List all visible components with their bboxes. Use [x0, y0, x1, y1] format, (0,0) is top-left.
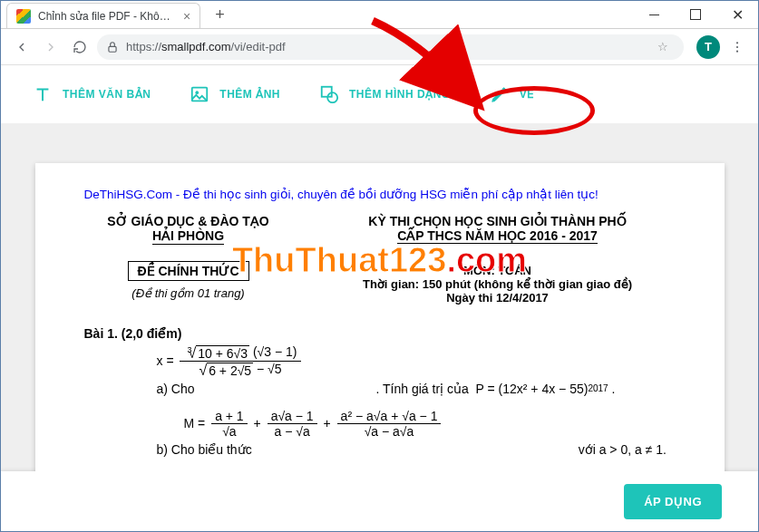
editor-toolbar: THÊM VĂN BẢN THÊM ẢNH THÊM HÌNH DẠNG VẼ: [1, 65, 758, 123]
draw-label: VẼ: [520, 88, 535, 101]
bai1-title: Bài 1. (2,0 điểm): [84, 326, 676, 341]
official-label: ĐỀ CHÍNH THỨC: [128, 261, 249, 281]
close-window-button[interactable]: ✕: [716, 1, 758, 28]
svg-point-5: [196, 91, 199, 94]
bookmark-star-icon[interactable]: ☆: [651, 40, 675, 53]
window-titlebar: Chỉnh sửa file PDF - Không ảnh h × + ✕: [1, 1, 758, 29]
maximize-button[interactable]: [675, 1, 716, 28]
profile-avatar[interactable]: T: [696, 35, 720, 59]
url-input[interactable]: https://smallpdf.com/vi/edit-pdf ☆: [97, 34, 684, 60]
draw-tool[interactable]: VẼ: [489, 83, 535, 105]
address-bar: https://smallpdf.com/vi/edit-pdf ☆ T: [1, 29, 758, 65]
menu-button[interactable]: [725, 35, 749, 59]
add-text-label: THÊM VĂN BẢN: [63, 88, 151, 101]
add-shape-tool[interactable]: THÊM HÌNH DẠNG: [318, 83, 451, 105]
pencil-icon: [489, 83, 511, 105]
svg-point-1: [736, 42, 738, 44]
svg-point-2: [736, 45, 738, 47]
equation-x: x = 3√10 + 6√3 (√3 − 1) √6 + 2√5 − √5: [84, 344, 676, 378]
back-button[interactable]: [10, 35, 34, 59]
lock-icon: [106, 41, 119, 53]
browser-tab[interactable]: Chỉnh sửa file PDF - Không ảnh h ×: [6, 3, 200, 28]
minimize-button[interactable]: [633, 1, 675, 28]
apply-button[interactable]: ÁP DỤNG: [624, 484, 722, 519]
date-note: Ngày thi 12/4/2017: [320, 291, 676, 305]
dept-line2: HẢI PHÒNG: [152, 228, 224, 245]
add-image-tool[interactable]: THÊM ẢNH: [189, 83, 280, 105]
url-scheme: https://: [126, 40, 161, 53]
add-shape-label: THÊM HÌNH DẠNG: [349, 88, 451, 101]
add-image-label: THÊM ẢNH: [219, 88, 280, 101]
footer-bar: ÁP DỤNG: [1, 471, 758, 531]
subject-label: MÔN:: [463, 264, 495, 277]
equation-M: M = a + 1√a + a√a − 1a − √a + a² − a√a +…: [84, 409, 676, 439]
new-tab-button[interactable]: +: [209, 4, 230, 26]
subject: TOÁN: [498, 264, 531, 277]
favicon-icon: [16, 9, 31, 24]
tab-title: Chỉnh sửa file PDF - Không ảnh h: [38, 10, 174, 23]
url-host: smallpdf.com: [161, 40, 231, 53]
url-path: /vi/edit-pdf: [231, 40, 286, 53]
doc-top-link: DeThiHSG.Com - Đề thi học sinh giỏi, chu…: [84, 187, 676, 201]
workspace-area[interactable]: DeThiHSG.Com - Đề thi học sinh giỏi, chu…: [1, 123, 758, 471]
svg-point-3: [736, 50, 738, 52]
svg-rect-0: [109, 46, 116, 52]
shape-icon: [318, 83, 340, 105]
text-icon: [32, 83, 54, 105]
pdf-page: DeThiHSG.Com - Đề thi học sinh giỏi, chu…: [35, 163, 725, 471]
time-note: Thời gian: 150 phút (không kể thời gian …: [320, 277, 676, 291]
pages-note: (Đề thi gồm 01 trang): [84, 286, 293, 300]
bai1-b-row: b) Cho biểu thức với a > 0, a ≠ 1.: [84, 442, 676, 457]
forward-button[interactable]: [39, 35, 63, 59]
exam-line1: KỲ THI CHỌN HỌC SINH GIỎI THÀNH PHỐ: [320, 214, 676, 228]
svg-rect-6: [322, 87, 332, 97]
close-tab-icon[interactable]: ×: [183, 9, 190, 24]
image-icon: [189, 83, 210, 105]
window-controls: ✕: [633, 1, 758, 28]
dept-line1: SỞ GIÁO DỤC & ĐÀO TẠO: [84, 214, 293, 228]
add-text-tool[interactable]: THÊM VĂN BẢN: [32, 83, 151, 105]
bai1-a-row: a) Cho . Tính giá trị của P = (12x² + 4x…: [84, 382, 676, 396]
reload-button[interactable]: [68, 35, 92, 59]
exam-line2: CẤP THCS NĂM HỌC 2016 - 2017: [397, 228, 598, 244]
